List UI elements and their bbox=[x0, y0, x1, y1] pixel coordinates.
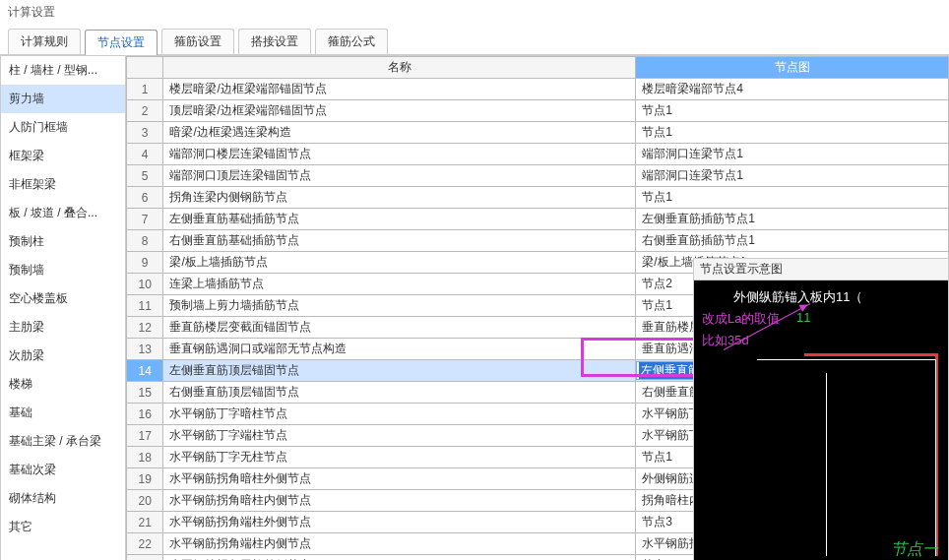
row-number[interactable]: 10 bbox=[127, 274, 163, 295]
sidebar-item-3[interactable]: 框架梁 bbox=[1, 142, 125, 170]
row-number[interactable]: 16 bbox=[127, 404, 163, 425]
header-name[interactable]: 名称 bbox=[163, 57, 636, 79]
preview-panel: 节点设置示意图 外侧纵筋锚入板内11（ 改成La的取值 11 比如35d 节点一 bbox=[693, 258, 949, 560]
row-number[interactable]: 15 bbox=[127, 382, 163, 404]
row-number[interactable]: 21 bbox=[127, 512, 163, 533]
category-sidebar: 柱 / 墙柱 / 型钢...剪力墙人防门框墙框架梁非框架梁板 / 坡道 / 叠合… bbox=[0, 55, 126, 560]
row-number[interactable]: 14 bbox=[127, 360, 163, 382]
row-number[interactable]: 19 bbox=[127, 468, 163, 490]
cell-jdt[interactable]: 端部洞口连梁节点1 bbox=[636, 144, 949, 165]
cell-jdt[interactable]: 左侧垂直筋插筋节点1 bbox=[636, 209, 949, 230]
preview-number-1: 11 bbox=[796, 310, 810, 325]
cell-name[interactable]: 连梁上墙插筋节点 bbox=[163, 274, 636, 295]
sidebar-item-2[interactable]: 人防门框墙 bbox=[1, 113, 125, 142]
row-number[interactable]: 11 bbox=[127, 295, 163, 317]
sidebar-item-14[interactable]: 基础次梁 bbox=[1, 456, 125, 484]
row-number[interactable]: 20 bbox=[127, 490, 163, 512]
preview-white-line-v bbox=[935, 359, 936, 556]
cell-name[interactable]: 垂直筋楼层变截面锚固节点 bbox=[163, 317, 636, 339]
sidebar-item-12[interactable]: 基础 bbox=[1, 399, 125, 427]
cell-name[interactable]: 水平钢筋拐角暗柱内侧节点 bbox=[163, 490, 636, 512]
preview-title: 节点设置示意图 bbox=[694, 259, 948, 280]
table-row[interactable]: 8右侧垂直筋基础插筋节点右侧垂直筋插筋节点1 bbox=[127, 230, 949, 252]
cell-jdt[interactable]: 楼层暗梁端部节点4 bbox=[636, 79, 949, 100]
cell-jdt[interactable]: 右侧垂直筋插筋节点1 bbox=[636, 230, 949, 252]
cell-name[interactable]: 水平钢筋丁字端柱节点 bbox=[163, 425, 636, 447]
sidebar-item-10[interactable]: 次肋梁 bbox=[1, 342, 125, 370]
row-number[interactable]: 18 bbox=[127, 447, 163, 468]
preview-red-line-h bbox=[804, 353, 938, 356]
preview-corner-label: 节点一 bbox=[891, 539, 938, 560]
cell-name[interactable]: 暗梁/边框梁遇连梁构造 bbox=[163, 122, 636, 144]
window-title: 计算设置 bbox=[0, 0, 949, 25]
cell-name[interactable]: 预制墙上剪力墙插筋节点 bbox=[163, 295, 636, 317]
sidebar-item-11[interactable]: 楼梯 bbox=[1, 370, 125, 399]
cell-name[interactable]: 梁/板上墙插筋节点 bbox=[163, 252, 636, 274]
row-number[interactable]: 1 bbox=[127, 79, 163, 100]
header-jdt[interactable]: 节点图 bbox=[636, 57, 949, 79]
cell-name[interactable]: 水平钢筋拐角无柱外侧节点 bbox=[163, 555, 636, 561]
row-number[interactable]: 3 bbox=[127, 122, 163, 144]
table-row[interactable]: 7左侧垂直筋基础插筋节点左侧垂直筋插筋节点1 bbox=[127, 209, 949, 230]
cell-name[interactable]: 垂直钢筋遇洞口或端部无节点构造 bbox=[163, 339, 636, 360]
cell-name[interactable]: 右侧垂直筋顶层锚固节点 bbox=[163, 382, 636, 404]
row-number[interactable]: 6 bbox=[127, 187, 163, 209]
cell-jdt[interactable]: 节点1 bbox=[636, 100, 949, 122]
sidebar-item-5[interactable]: 板 / 坡道 / 叠合... bbox=[1, 199, 125, 227]
sidebar-item-0[interactable]: 柱 / 墙柱 / 型钢... bbox=[1, 56, 125, 85]
row-number[interactable]: 12 bbox=[127, 317, 163, 339]
tab-0[interactable]: 计算规则 bbox=[8, 29, 81, 54]
row-number[interactable]: 23 bbox=[127, 555, 163, 561]
cell-name[interactable]: 水平钢筋丁字无柱节点 bbox=[163, 447, 636, 468]
preview-white-line-v2 bbox=[826, 373, 827, 556]
sidebar-item-13[interactable]: 基础主梁 / 承台梁 bbox=[1, 427, 125, 456]
row-number[interactable]: 2 bbox=[127, 100, 163, 122]
table-row[interactable]: 6拐角连梁内侧钢筋节点节点1 bbox=[127, 187, 949, 209]
sidebar-item-15[interactable]: 砌体结构 bbox=[1, 484, 125, 513]
cell-name[interactable]: 端部洞口楼层连梁锚固节点 bbox=[163, 144, 636, 165]
cell-name[interactable]: 右侧垂直筋基础插筋节点 bbox=[163, 230, 636, 252]
row-number[interactable]: 13 bbox=[127, 339, 163, 360]
row-number[interactable]: 8 bbox=[127, 230, 163, 252]
cell-jdt[interactable]: 节点1 bbox=[636, 122, 949, 144]
cell-name[interactable]: 拐角连梁内侧钢筋节点 bbox=[163, 187, 636, 209]
preview-canvas[interactable]: 外侧纵筋锚入板内11（ 改成La的取值 11 比如35d 节点一 bbox=[694, 280, 948, 560]
table-row[interactable]: 2顶层暗梁/边框梁端部锚固节点节点1 bbox=[127, 100, 949, 122]
row-number[interactable]: 22 bbox=[127, 533, 163, 555]
row-number[interactable]: 7 bbox=[127, 209, 163, 230]
tab-3[interactable]: 搭接设置 bbox=[238, 29, 311, 54]
tab-2[interactable]: 箍筋设置 bbox=[161, 29, 234, 54]
header-rownum bbox=[127, 57, 163, 79]
tab-1[interactable]: 节点设置 bbox=[85, 30, 158, 55]
cell-name[interactable]: 水平钢筋拐角端柱外侧节点 bbox=[163, 512, 636, 533]
table-row[interactable]: 5端部洞口顶层连梁锚固节点端部洞口连梁节点1 bbox=[127, 165, 949, 187]
cell-name[interactable]: 水平钢筋拐角暗柱外侧节点 bbox=[163, 468, 636, 490]
row-number[interactable]: 4 bbox=[127, 144, 163, 165]
cell-name[interactable]: 端部洞口顶层连梁锚固节点 bbox=[163, 165, 636, 187]
main-tabs: 计算规则节点设置箍筋设置搭接设置箍筋公式 bbox=[0, 25, 949, 55]
sidebar-item-7[interactable]: 预制墙 bbox=[1, 256, 125, 284]
table-row[interactable]: 4端部洞口楼层连梁锚固节点端部洞口连梁节点1 bbox=[127, 144, 949, 165]
row-number[interactable]: 5 bbox=[127, 165, 163, 187]
sidebar-item-1[interactable]: 剪力墙 bbox=[1, 85, 125, 113]
cell-name[interactable]: 水平钢筋拐角端柱内侧节点 bbox=[163, 533, 636, 555]
cell-name[interactable]: 水平钢筋丁字暗柱节点 bbox=[163, 404, 636, 425]
cell-name[interactable]: 左侧垂直筋基础插筋节点 bbox=[163, 209, 636, 230]
table-row[interactable]: 1楼层暗梁/边框梁端部锚固节点楼层暗梁端部节点4 bbox=[127, 79, 949, 100]
cell-name[interactable]: 左侧垂直筋顶层锚固节点 bbox=[163, 360, 636, 382]
preview-white-line-h bbox=[757, 359, 936, 360]
row-number[interactable]: 17 bbox=[127, 425, 163, 447]
sidebar-item-4[interactable]: 非框架梁 bbox=[1, 170, 125, 199]
cell-name[interactable]: 楼层暗梁/边框梁端部锚固节点 bbox=[163, 79, 636, 100]
table-row[interactable]: 3暗梁/边框梁遇连梁构造节点1 bbox=[127, 122, 949, 144]
sidebar-item-8[interactable]: 空心楼盖板 bbox=[1, 284, 125, 313]
preview-text-1: 外侧纵筋锚入板内11（ bbox=[733, 288, 862, 306]
row-number[interactable]: 9 bbox=[127, 252, 163, 274]
cell-jdt[interactable]: 节点1 bbox=[636, 187, 949, 209]
cell-jdt[interactable]: 端部洞口连梁节点1 bbox=[636, 165, 949, 187]
sidebar-item-9[interactable]: 主肋梁 bbox=[1, 313, 125, 342]
sidebar-item-6[interactable]: 预制柱 bbox=[1, 227, 125, 256]
sidebar-item-16[interactable]: 其它 bbox=[1, 513, 125, 541]
tab-4[interactable]: 箍筋公式 bbox=[315, 29, 388, 54]
cell-name[interactable]: 顶层暗梁/边框梁端部锚固节点 bbox=[163, 100, 636, 122]
